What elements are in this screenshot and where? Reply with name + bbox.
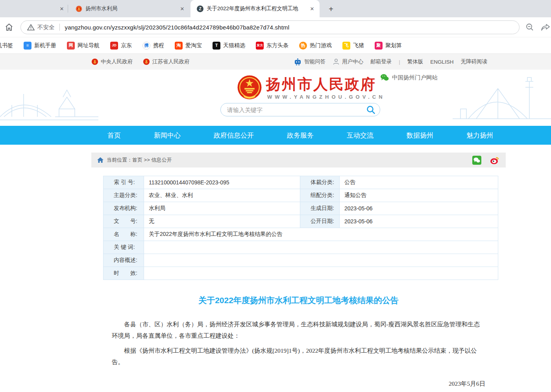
bookmark-item[interactable]: T 天猫精选 <box>213 42 245 50</box>
link-central-gov[interactable]: 中央人民政府 <box>91 58 133 65</box>
browser-tab-slj[interactable]: 扬州市水利局 ✕ <box>69 0 190 17</box>
site-title: 扬州市人民政府 <box>266 75 376 94</box>
bookmark-label: 网址导航 <box>78 42 100 49</box>
traditional-chinese-link[interactable]: 繁体版 <box>407 58 423 65</box>
link-label: 智能问答 <box>304 58 325 65</box>
divider: | <box>399 59 400 65</box>
search-input[interactable] <box>227 107 366 113</box>
address-divider <box>59 24 60 31</box>
label-title: 名 称: <box>104 228 144 241</box>
weibo-share-icon[interactable] <box>490 156 499 165</box>
bookmark-label: 京东 <box>121 42 132 49</box>
bookmark-label: 飞猪 <box>353 42 364 49</box>
mail-login-link[interactable]: 邮箱登录 <box>370 58 392 65</box>
link-jiangsu-gov[interactable]: 江苏省人民政府 <box>143 58 190 65</box>
table-row: 内容概述: <box>104 254 498 267</box>
browser-tab-bar: ✕ 扬州市水利局 ✕ Z 关于2022年度扬州市水利工程文明工地 ✕ + <box>0 0 551 17</box>
close-icon[interactable]: ✕ <box>309 5 316 12</box>
table-row: 发布机构: 水利局 生成日期: 2023-05-06 <box>104 202 498 215</box>
search-icon[interactable] <box>366 105 376 115</box>
content-card: 当前位置： 首页 >> 信息公开 索 引 号: 1132100001440709… <box>91 153 506 392</box>
english-link[interactable]: ENGLISH <box>430 59 453 65</box>
zoom-out-icon[interactable] <box>525 22 534 32</box>
insecure-warning-icon <box>27 24 35 31</box>
share-icon[interactable] <box>541 22 551 32</box>
nav-item-data[interactable]: 数据扬州 <box>407 131 433 140</box>
document-info-table: 索 引 号: 11321000014407098E-2023-095 体裁分类:… <box>103 176 498 280</box>
label-summary: 内容概述: <box>104 254 144 267</box>
bookmark-item[interactable]: JD 京东 <box>110 42 132 50</box>
bookmark-item[interactable]: 携 携程 <box>142 42 164 50</box>
nav-item-services[interactable]: 政务服务 <box>287 131 314 140</box>
robot-icon <box>294 58 302 66</box>
user-center-link[interactable]: 用户中心 <box>333 58 363 65</box>
bookmark-item[interactable]: 网 网址导航 <box>67 42 100 50</box>
breadcrumb-path[interactable]: 首页 >> 信息公开 <box>132 156 172 164</box>
browser-tab-active[interactable]: Z 关于2022年度扬州市水利工程文明工地 ✕ <box>190 0 320 17</box>
bookmark-item[interactable]: 飞 飞猪 <box>342 42 364 50</box>
tab-title: 扬州市水利局 <box>85 5 179 12</box>
label-index-number: 索 引 号: <box>104 176 144 189</box>
site-search <box>220 103 380 116</box>
label-created-date: 生成日期: <box>300 202 340 215</box>
bookmarks-bar: 机书签 ≡ 新机手册 网 网址导航 JD 京东 携 携程 淘 爱淘宝 T 天猫精… <box>0 37 551 54</box>
nav-item-news[interactable]: 新闻中心 <box>154 131 181 140</box>
bookmark-item[interactable]: 淘 爱淘宝 <box>175 42 202 50</box>
security-label[interactable]: 不安全 <box>37 24 55 31</box>
nav-item-interaction[interactable]: 互动交流 <box>347 131 373 140</box>
eastday-icon: 东方 <box>256 42 264 50</box>
national-emblem-logo <box>237 75 262 101</box>
taobao-icon: 淘 <box>175 42 183 50</box>
bookmark-item[interactable]: 机书签 <box>0 42 13 49</box>
value-doc-number: 无 <box>144 215 300 228</box>
close-icon[interactable]: ✕ <box>58 5 65 12</box>
home-icon[interactable] <box>4 22 14 32</box>
bookmark-label: 聚划算 <box>385 42 402 49</box>
nav-item-charm[interactable]: 魅力扬州 <box>466 131 493 140</box>
smart-qa-link[interactable]: 智能问答 <box>294 58 325 66</box>
bookmark-item[interactable]: ≡ 新机手册 <box>24 42 56 50</box>
label-group: 组配分类: <box>300 189 340 202</box>
user-icon <box>333 58 340 65</box>
table-row: 文 号: 无 公开日期: 2023-05-06 <box>104 215 498 228</box>
tab-separator <box>68 5 68 13</box>
url-text[interactable]: yangzhou.gov.cn/yzszxxgk/slj/202305/210c… <box>65 24 290 31</box>
portal-link[interactable]: 中国扬州门户网站 <box>380 74 438 81</box>
article-paragraph: 根据《扬州市水利工程文明工地建设管理办法》(扬水规[2019]1号)，2022年… <box>112 345 485 368</box>
nav-item-home[interactable]: 首页 <box>107 131 121 140</box>
bookmark-item[interactable]: 东方 东方头条 <box>256 42 288 50</box>
ctrip-icon: 携 <box>142 42 150 50</box>
value-group: 通知公告 <box>340 189 498 202</box>
value-summary <box>144 254 498 267</box>
table-row: 索 引 号: 11321000014407098E-2023-095 体裁分类:… <box>104 176 498 189</box>
home-breadcrumb-icon[interactable] <box>97 157 104 163</box>
browser-address-row: 不安全 yangzhou.gov.cn/yzszxxgk/slj/202305/… <box>0 17 551 37</box>
address-bar[interactable]: 不安全 yangzhou.gov.cn/yzszxxgk/slj/202305/… <box>20 20 520 34</box>
bookmark-item[interactable]: 热 热门游戏 <box>299 42 332 50</box>
site-banner: 扬州市人民政府 WWW.YANGZHOU.GOV.CN 中国扬州门户网站 <box>0 70 551 126</box>
value-validity <box>144 267 498 280</box>
value-title: 关于2022年度扬州市水利工程文明工地考核结果的公告 <box>144 228 498 241</box>
bookmark-label: 东方头条 <box>266 42 288 49</box>
tmall-icon: T <box>213 42 220 50</box>
close-icon[interactable]: ✕ <box>179 5 186 12</box>
accessibility-link[interactable]: 无障碍阅读 <box>461 58 488 65</box>
bridge-sketch-right <box>453 70 551 126</box>
value-public-date: 2023-05-06 <box>340 215 498 228</box>
value-publisher: 水利局 <box>144 202 300 215</box>
national-emblem-icon <box>143 58 150 65</box>
bookmark-label: 携程 <box>153 42 164 49</box>
value-topic: 农业、林业、水利 <box>144 189 300 202</box>
wechat-share-icon[interactable] <box>472 156 481 165</box>
breadcrumb-prefix: 当前位置： <box>107 156 132 164</box>
nav-site-icon: 网 <box>67 42 75 50</box>
nav-item-info-disclosure[interactable]: 政府信息公开 <box>214 131 254 140</box>
bookmark-item[interactable]: 聚 聚划算 <box>375 42 402 50</box>
bridge-sketch-left <box>0 70 98 126</box>
site-domain: WWW.YANGZHOU.GOV.CN <box>267 94 385 100</box>
label-genre: 体裁分类: <box>300 176 340 189</box>
article-body: 各县（市、区）水利（务）局，扬州经济开发区城乡事务管理局，生态科技新城规划建设局… <box>112 319 485 368</box>
tab-title: 关于2022年度扬州市水利工程文明工地 <box>207 5 309 12</box>
link-label: 中央人民政府 <box>101 58 133 65</box>
new-tab-button[interactable]: + <box>326 4 336 14</box>
